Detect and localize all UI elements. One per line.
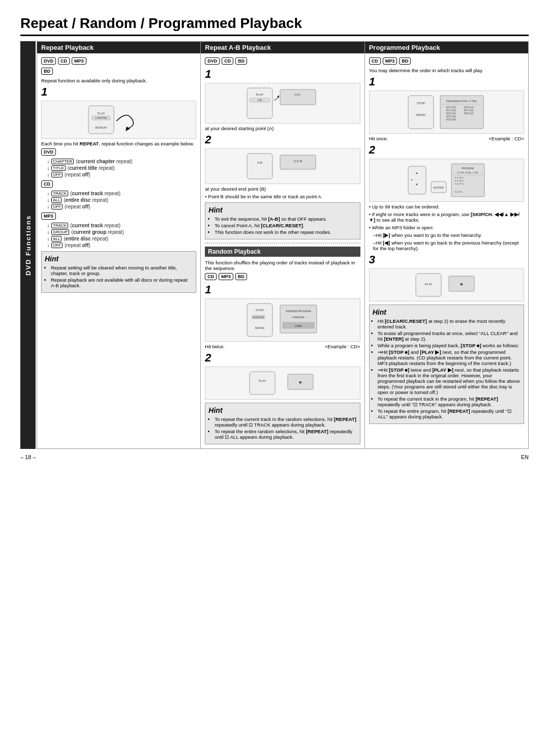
cd-badge-chain: CD [41,180,53,188]
random-hit-twice: Hit twice. [205,344,225,349]
svg-text:RT3 4:10: RT3 4:10 [446,112,456,115]
prog-format-icons: CD MP3 BD [369,57,524,65]
dvd-badge: DVD [41,57,56,65]
random-step2-diagram: PLAY ▶ [205,367,360,400]
hint-list: Repeat setting will be cleared when movi… [45,265,193,288]
bd-badge-random: BD [235,273,247,280]
svg-text:MODE: MODE [416,113,425,116]
svg-text:PROGRAM: PROGRAM [462,167,474,170]
svg-text:RT1 0:50: RT1 0:50 [446,106,456,109]
cd-badge-ab: CD [222,57,233,65]
dvd-functions-sidebar: DVD Functions [20,41,36,449]
svg-text:-- RANDOM --: -- RANDOM -- [290,316,307,319]
svg-text:A-B: A-B [258,99,262,102]
prog-hint-box: Hint Hit [CLEAR/C.RESET] at step 2) to e… [369,305,524,424]
ab-step2-label: 2 [205,133,360,146]
cd-badge-random: CD [205,273,217,280]
random-hint-box: Hint To repeat the current track in the … [205,403,360,444]
prog-example: <Example : CD> [489,136,524,141]
mp3-chain-group: MP3 ↓ TRACK (current track repeat) ↓ [41,213,196,248]
svg-text:RT7 4:22: RT7 4:22 [464,109,474,112]
ab-hint-box: Hint To exit the sequence, hit [A-B] so … [205,202,360,239]
prog-step2-note1: • Up to 99 tracks can be ordered. [369,204,524,209]
random-step1-diagram: STOP RANDOM MODE RANDOM PROGRAM -- RANDO… [205,298,360,342]
mp3-badge-chain: MP3 [41,213,56,220]
ab-step2-diagram: A-B ⊡ A-B [205,148,360,184]
repeat-intro: Repeat function is available only during… [41,78,196,83]
prog-hint-6: To repeat the current track in the progr… [378,396,521,407]
svg-text:RT8 3:15: RT8 3:15 [464,112,474,115]
svg-text:RANDOM: RANDOM [253,316,264,319]
svg-text:or: or [411,178,413,181]
svg-text:RT5 3:40: RT5 3:40 [446,118,456,121]
svg-text:RT2 3:20: RT2 3:20 [446,109,456,112]
bottom-row: – 18 – EN [20,454,529,460]
svg-text:RANDOM PROGRAM: RANDOM PROGRAM [286,310,311,313]
svg-text:⊡ A-B: ⊡ A-B [294,160,302,163]
dvd-badge-ab: DVD [205,57,220,65]
step1-diagram: PLAY CHAPTER REPEAT [41,101,196,139]
prog-step2-note5: –Hit [◀] when you want to go back to the… [369,240,524,251]
ab-step2-text: at your desired end point (B) [205,186,360,192]
svg-marker-12 [277,95,279,97]
repeat-hint-box: Hint Repeat setting will be cleared when… [41,251,196,293]
svg-text:RT4 2:05: RT4 2:05 [446,115,456,118]
svg-text:PLAY: PLAY [256,93,264,96]
prog-hint-1: Hit [CLEAR/C.RESET] at step 2) to erase … [378,318,521,329]
svg-text:RT6 2:10: RT6 2:10 [464,106,474,109]
svg-rect-31 [408,96,434,129]
svg-text:▼: ▼ [415,183,418,186]
svg-text:P-1: RT 3: P-1: RT 3 [455,176,464,179]
format-icons-row2: BD [41,68,196,75]
dvd-badge-chain: DVD [41,148,56,156]
svg-text:P-3: RT 5: P-3: RT 5 [455,183,464,185]
prog-hint-list: Hit [CLEAR/C.RESET] at step 2) to erase … [373,318,521,419]
ab-step1-label: 1 [205,68,360,81]
svg-text:CD TRK TOTAL: 3 TRK: CD TRK TOTAL: 3 TRK [457,171,478,174]
page-title: Repeat / Random / Programmed Playback [20,15,529,36]
format-icons-row1: DVD CD MP3 [41,57,196,65]
ab-hint-3: This function does not work in the other… [215,229,356,235]
svg-text:A-B: A-B [257,161,262,164]
step1-label: 1 [41,85,196,99]
ab-step1-diagram: PLAY A-B ⊡ A- [205,83,360,124]
hint-item-1: Repeat setting will be cleared when movi… [51,265,193,276]
repeat-playback-column: Repeat Playback DVD CD MP3 BD Repeat fun… [37,42,201,448]
prog-hint-2: To erase all programmed tracks at once, … [378,330,521,342]
random-hint-list: To repeat the current track in the rando… [208,416,356,440]
prog-step2-note4: –Hit [▶] when you want to go to the next… [369,232,524,238]
hint-title: Hint [45,255,193,263]
svg-rect-13 [247,154,272,179]
random-intro: This function shuffles the playing order… [205,260,360,271]
svg-text:CDBD: CDBD [295,324,302,327]
svg-text:PROGRAM TOTAL: 0 TRK: PROGRAM TOTAL: 0 TRK [446,100,477,103]
svg-text:CHAPTER: CHAPTER [95,116,107,119]
cd-badge: CD [58,57,70,65]
repeat-playback-header: Repeat Playback [37,42,200,53]
bd-badge: BD [41,68,53,75]
svg-text:MODE: MODE [255,326,264,329]
mp3-badge-random: MP3 [219,273,233,280]
prog-hint-title: Hint [373,308,521,316]
svg-text:⊡ A-: ⊡ A- [295,93,301,96]
svg-text:REPEAT: REPEAT [95,126,107,129]
prog-hit-once: Hit once. [369,136,388,141]
prog-step2-label: 2 [369,143,524,157]
each-time-text: Each time you hit REPEAT, repeat functio… [41,141,196,146]
prog-step2-diagram: ▲ ▼ or ENTER PROGRAM CD TRK TOTAL: 3 TRK… [369,159,524,202]
random-playback-section: Random Playback This function shuffles t… [205,247,360,444]
bd-badge-ab: BD [235,57,247,65]
prog-hint-7: To repeat the entire program, hit [REPEA… [378,408,521,419]
prog-step1-label: 1 [369,75,524,88]
ab-hint-1: To exit the sequence, hit [A-B] so that … [215,216,356,222]
random-hint-2: To repeat the entire random selections, … [215,429,356,440]
random-hint-title: Hint [208,406,356,414]
svg-text:ENTER: ENTER [434,186,444,189]
svg-text:STOP: STOP [256,309,264,312]
repeat-ab-header: Repeat A-B Playback [201,42,364,53]
ab-format-icons: DVD CD BD [205,57,360,65]
page-number: – 18 – [20,454,36,460]
prog-hint-3: While a program is being played back, [S… [378,343,521,348]
svg-text:PLAY: PLAY [425,283,433,286]
cd-badge-prog: CD [369,57,381,65]
